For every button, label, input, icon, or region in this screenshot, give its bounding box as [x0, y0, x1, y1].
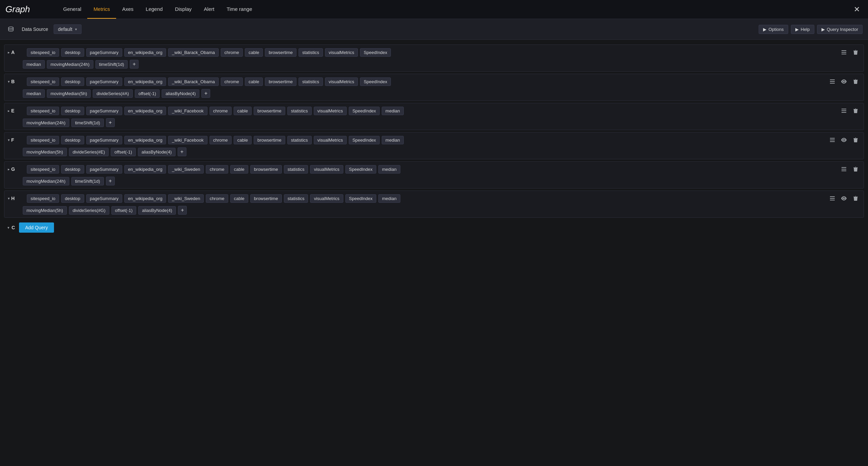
query-E-tag-4[interactable]: _wiki_Facebook	[168, 107, 207, 115]
query-B-extra-tag-0[interactable]: median	[23, 89, 45, 98]
query-A-extra-tag-2[interactable]: timeShift(1d)	[95, 60, 128, 69]
query-H-tag-3[interactable]: en_wikipedia_org	[124, 194, 166, 203]
query-F-tag-5[interactable]: chrome	[210, 136, 232, 144]
query-H-extra-tag-1[interactable]: divideSeries(#G)	[69, 206, 109, 215]
query-H-tag-11[interactable]: median	[378, 194, 400, 203]
help-button[interactable]: ▶ Help	[791, 25, 814, 34]
query-G-tag-5[interactable]: chrome	[206, 165, 228, 174]
query-G-tag-9[interactable]: visualMetrics	[310, 165, 343, 174]
query-E-tag-2[interactable]: pageSummary	[86, 107, 123, 115]
query-add-tag-btn-E[interactable]: +	[106, 118, 115, 127]
query-H-tag-9[interactable]: visualMetrics	[310, 194, 343, 203]
query-H-tag-8[interactable]: statistics	[284, 194, 308, 203]
add-query-button[interactable]: Add Query	[19, 222, 54, 233]
query-E-tag-3[interactable]: en_wikipedia_org	[124, 107, 166, 115]
query-H-tag-6[interactable]: cable	[230, 194, 248, 203]
query-trash-btn-E[interactable]	[851, 106, 860, 115]
query-G-tag-6[interactable]: cable	[230, 165, 248, 174]
query-menu-btn-A[interactable]	[839, 48, 849, 57]
query-menu-btn-B[interactable]	[828, 77, 837, 86]
query-trash-btn-B[interactable]	[851, 77, 860, 86]
query-F-tag-10[interactable]: SpeedIndex	[349, 136, 380, 144]
query-A-tag-6[interactable]: cable	[245, 48, 263, 57]
query-F-extra-tag-3[interactable]: aliasByNode(4)	[138, 148, 176, 156]
query-eye-btn-B[interactable]	[839, 77, 849, 86]
query-G-extra-tag-1[interactable]: timeShift(1d)	[71, 177, 104, 185]
query-F-extra-tag-0[interactable]: movingMedian(5h)	[23, 148, 67, 156]
query-B-tag-7[interactable]: browsertime	[265, 77, 296, 86]
query-F-tag-9[interactable]: visualMetrics	[314, 136, 347, 144]
query-G-tag-11[interactable]: median	[378, 165, 400, 174]
query-F-tag-7[interactable]: browsertime	[254, 136, 285, 144]
query-G-tag-3[interactable]: en_wikipedia_org	[124, 165, 166, 174]
query-E-tag-1[interactable]: desktop	[61, 107, 84, 115]
options-button[interactable]: ▶ Options	[759, 25, 788, 34]
query-E-tag-11[interactable]: median	[382, 107, 404, 115]
query-F-tag-4[interactable]: _wiki_Facebook	[168, 136, 207, 144]
tab-general[interactable]: General	[57, 0, 87, 19]
query-A-tag-4[interactable]: _wiki_Barack_Obama	[168, 48, 218, 57]
query-E-tag-8[interactable]: statistics	[287, 107, 312, 115]
query-trash-btn-G[interactable]	[851, 164, 860, 174]
query-inspector-button[interactable]: ▶ Query Inspector	[817, 25, 863, 34]
query-F-extra-tag-1[interactable]: divideSeries(#E)	[69, 148, 109, 156]
query-H-tag-1[interactable]: desktop	[61, 194, 84, 203]
query-H-extra-tag-2[interactable]: offset(-1)	[111, 206, 137, 215]
query-H-tag-2[interactable]: pageSummary	[86, 194, 123, 203]
query-menu-btn-E[interactable]	[839, 106, 849, 115]
query-E-tag-10[interactable]: SpeedIndex	[349, 107, 380, 115]
query-B-tag-8[interactable]: statistics	[299, 77, 323, 86]
query-add-tag-btn-A[interactable]: +	[130, 60, 139, 69]
query-A-tag-5[interactable]: chrome	[221, 48, 243, 57]
query-chevron-G[interactable]: ▸	[8, 167, 10, 172]
query-F-tag-2[interactable]: pageSummary	[86, 136, 123, 144]
query-trash-btn-H[interactable]	[851, 194, 860, 203]
query-G-tag-8[interactable]: statistics	[284, 165, 308, 174]
query-eye-btn-F[interactable]	[839, 135, 849, 145]
query-G-tag-4[interactable]: _wiki_Sweden	[168, 165, 204, 174]
query-F-tag-6[interactable]: cable	[234, 136, 252, 144]
query-E-tag-6[interactable]: cable	[234, 107, 252, 115]
tab-metrics[interactable]: Metrics	[87, 0, 116, 19]
query-B-tag-5[interactable]: chrome	[221, 77, 243, 86]
query-G-extra-tag-0[interactable]: movingMedian(24h)	[23, 177, 69, 185]
query-E-tag-5[interactable]: chrome	[210, 107, 232, 115]
query-chevron-B[interactable]: ▾	[8, 79, 10, 84]
query-H-tag-7[interactable]: browsertime	[250, 194, 282, 203]
query-A-tag-9[interactable]: visualMetrics	[325, 48, 358, 57]
tab-display[interactable]: Display	[169, 0, 198, 19]
add-query-chevron-icon[interactable]: ▾	[7, 226, 10, 230]
query-H-extra-tag-0[interactable]: movingMedian(5h)	[23, 206, 67, 215]
query-menu-btn-F[interactable]	[828, 135, 837, 145]
query-G-tag-7[interactable]: browsertime	[250, 165, 282, 174]
query-A-extra-tag-0[interactable]: median	[23, 60, 45, 69]
query-B-extra-tag-1[interactable]: movingMedian(5h)	[47, 89, 91, 98]
query-B-tag-3[interactable]: en_wikipedia_org	[124, 77, 166, 86]
query-trash-btn-F[interactable]	[851, 135, 860, 145]
query-chevron-H[interactable]: ▾	[8, 196, 10, 201]
query-chevron-F[interactable]: ▾	[8, 138, 10, 142]
query-A-extra-tag-1[interactable]: movingMedian(24h)	[47, 60, 93, 69]
query-E-tag-9[interactable]: visualMetrics	[314, 107, 347, 115]
query-menu-btn-H[interactable]	[828, 194, 837, 203]
query-H-tag-0[interactable]: sitespeed_io	[27, 194, 59, 203]
query-B-extra-tag-2[interactable]: divideSeries(#A)	[93, 89, 132, 98]
tab-axes[interactable]: Axes	[116, 0, 140, 19]
query-H-extra-tag-3[interactable]: aliasByNode(4)	[138, 206, 176, 215]
query-add-tag-btn-B[interactable]: +	[201, 89, 210, 98]
query-add-tag-btn-H[interactable]: +	[178, 206, 187, 215]
query-A-tag-10[interactable]: SpeedIndex	[360, 48, 391, 57]
query-A-tag-3[interactable]: en_wikipedia_org	[124, 48, 166, 57]
query-A-tag-2[interactable]: pageSummary	[86, 48, 123, 57]
tab-alert[interactable]: Alert	[198, 0, 220, 19]
query-trash-btn-A[interactable]	[851, 48, 860, 57]
query-B-extra-tag-3[interactable]: offset(-1)	[135, 89, 160, 98]
query-F-extra-tag-2[interactable]: offset(-1)	[111, 148, 136, 156]
query-chevron-A[interactable]: ▸	[8, 50, 10, 55]
query-B-tag-4[interactable]: _wiki_Barack_Obama	[168, 77, 218, 86]
query-B-tag-9[interactable]: visualMetrics	[325, 77, 358, 86]
tab-legend[interactable]: Legend	[140, 0, 169, 19]
query-B-tag-10[interactable]: SpeedIndex	[360, 77, 391, 86]
query-B-tag-2[interactable]: pageSummary	[86, 77, 123, 86]
query-H-tag-10[interactable]: SpeedIndex	[345, 194, 376, 203]
